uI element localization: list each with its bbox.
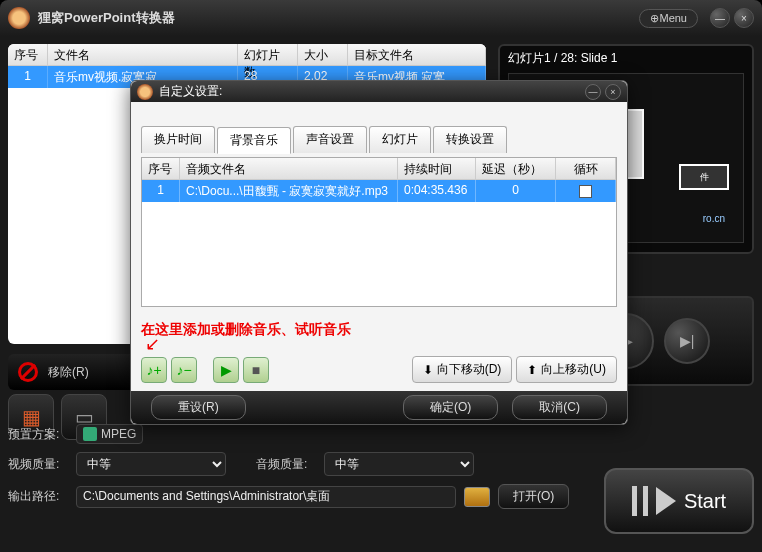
col-seq[interactable]: 序号 xyxy=(8,44,48,65)
acol-loop[interactable]: 循环 xyxy=(556,158,616,179)
preview-stop-button[interactable]: ■ xyxy=(243,357,269,383)
preset-icon xyxy=(83,427,97,441)
annotation-text: 在这里添加或删除音乐、试听音乐 xyxy=(141,321,617,339)
dialog-body: 换片时间 背景音乐 声音设置 幻灯片 转换设置 序号 音频文件名 持续时间 延迟… xyxy=(131,102,627,391)
tab-timing[interactable]: 换片时间 xyxy=(141,126,215,153)
audio-quality-select[interactable]: 中等 xyxy=(324,452,474,476)
main-titlebar: 狸窝PowerPoint转换器 ⊕Menu — × xyxy=(0,0,762,36)
remove-icon xyxy=(18,362,38,382)
arrow-up-icon: ⬆ xyxy=(527,363,537,377)
video-quality-select[interactable]: 中等 xyxy=(76,452,226,476)
col-slides[interactable]: 幻灯片数 xyxy=(238,44,298,65)
acol-delay[interactable]: 延迟（秒） xyxy=(476,158,556,179)
col-size[interactable]: 大小 xyxy=(298,44,348,65)
preset-value: MPEG xyxy=(101,427,136,441)
audio-quality-label: 音频质量: xyxy=(256,456,316,473)
preview-play-button[interactable]: ▶ xyxy=(213,357,239,383)
audio-table-header: 序号 音频文件名 持续时间 延迟（秒） 循环 xyxy=(142,158,616,180)
remove-label: 移除(R) xyxy=(48,364,89,381)
output-label: 输出路径: xyxy=(8,488,68,505)
add-music-button[interactable]: ♪+ xyxy=(141,357,167,383)
pause-icon xyxy=(632,486,648,516)
cancel-button[interactable]: 取消(C) xyxy=(512,395,607,420)
acell-duration: 0:04:35.436 xyxy=(398,180,476,202)
cell-seq: 1 xyxy=(8,66,48,88)
dialog-minimize-button[interactable]: — xyxy=(585,84,601,100)
tab-bgmusic[interactable]: 背景音乐 xyxy=(217,127,291,154)
acell-seq: 1 xyxy=(142,180,180,202)
col-filename[interactable]: 文件名 xyxy=(48,44,238,65)
acell-file: C:\Docu...\田馥甄 - 寂寞寂寞就好.mp3 xyxy=(180,180,398,202)
close-button[interactable]: × xyxy=(734,8,754,28)
move-up-button[interactable]: ⬆向上移动(U) xyxy=(516,356,617,383)
watermark: ro.cn xyxy=(703,213,725,224)
video-quality-label: 视频质量: xyxy=(8,456,68,473)
custom-settings-dialog: 自定义设置: — × 换片时间 背景音乐 声音设置 幻灯片 转换设置 序号 音频… xyxy=(130,80,628,425)
tab-slides[interactable]: 幻灯片 xyxy=(369,126,431,153)
browse-button[interactable] xyxy=(464,487,490,507)
acol-file[interactable]: 音频文件名 xyxy=(180,158,398,179)
audio-table: 序号 音频文件名 持续时间 延迟（秒） 循环 1 C:\Docu...\田馥甄 … xyxy=(141,157,617,307)
tab-convert[interactable]: 转换设置 xyxy=(433,126,507,153)
preview-label: 幻灯片1 / 28: Slide 1 xyxy=(508,50,744,67)
preset-select[interactable]: MPEG xyxy=(76,424,143,444)
tab-sound[interactable]: 声音设置 xyxy=(293,126,367,153)
dialog-footer: 重设(R) 确定(O) 取消(C) xyxy=(131,391,627,424)
app-title: 狸窝PowerPoint转换器 xyxy=(38,9,639,27)
acol-duration[interactable]: 持续时间 xyxy=(398,158,476,179)
next-button[interactable]: ▶| xyxy=(664,318,710,364)
annotation-arrow-icon: ↙ xyxy=(145,339,617,350)
start-button[interactable]: Start xyxy=(604,468,754,534)
start-label: Start xyxy=(684,490,726,513)
minimize-button[interactable]: — xyxy=(710,8,730,28)
ok-button[interactable]: 确定(O) xyxy=(403,395,498,420)
acell-loop xyxy=(556,180,616,202)
remove-music-button[interactable]: ♪− xyxy=(171,357,197,383)
app-logo-icon xyxy=(8,7,30,29)
audio-row[interactable]: 1 C:\Docu...\田馥甄 - 寂寞寂寞就好.mp3 0:04:35.43… xyxy=(142,180,616,202)
move-down-button[interactable]: ⬇向下移动(D) xyxy=(412,356,513,383)
dialog-tabs: 换片时间 背景音乐 声音设置 幻灯片 转换设置 xyxy=(141,126,617,153)
slide-thumb-badge: 件 xyxy=(679,164,729,190)
play-arrow-icon xyxy=(656,487,676,515)
reset-button[interactable]: 重设(R) xyxy=(151,395,246,420)
col-target[interactable]: 目标文件名 xyxy=(348,44,486,65)
acell-delay: 0 xyxy=(476,180,556,202)
menu-button[interactable]: ⊕Menu xyxy=(639,9,698,28)
acol-seq[interactable]: 序号 xyxy=(142,158,180,179)
dialog-logo-icon xyxy=(137,84,153,100)
output-path-input[interactable] xyxy=(76,486,456,508)
dialog-close-button[interactable]: × xyxy=(605,84,621,100)
arrow-down-icon: ⬇ xyxy=(423,363,433,377)
dialog-title-text: 自定义设置: xyxy=(159,83,222,100)
dialog-titlebar: 自定义设置: — × xyxy=(131,81,627,102)
preset-label: 预置方案: xyxy=(8,426,68,443)
open-button[interactable]: 打开(O) xyxy=(498,484,569,509)
dialog-toolbar: ♪+ ♪− ▶ ■ ⬇向下移动(D) ⬆向上移动(U) xyxy=(141,356,617,383)
file-table-header: 序号 文件名 幻灯片数 大小 目标文件名 xyxy=(8,44,486,66)
loop-checkbox[interactable] xyxy=(579,185,592,198)
